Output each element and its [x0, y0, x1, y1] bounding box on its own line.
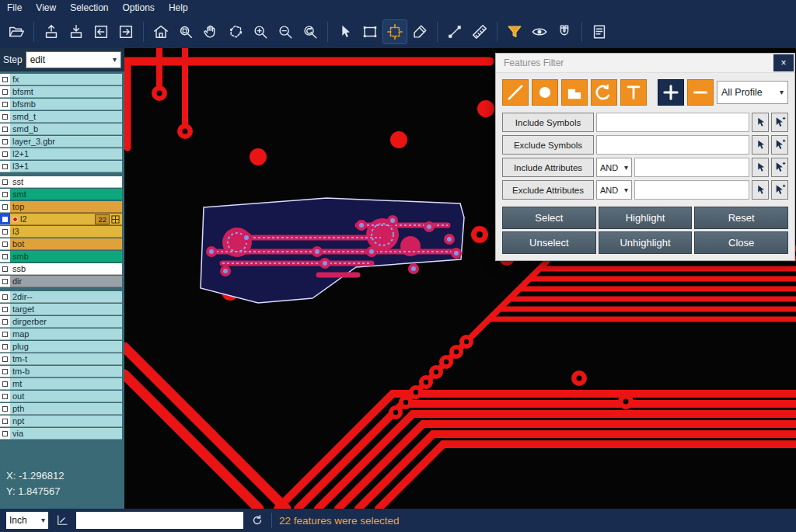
layer-name[interactable]: l3: [10, 226, 122, 238]
menu-options[interactable]: Options: [116, 0, 162, 16]
layer-visibility-checkbox[interactable]: [0, 416, 10, 427]
layer-name[interactable]: smt: [10, 189, 122, 200]
refresh-icon[interactable]: [250, 513, 264, 527]
include-attributes-input[interactable]: [634, 158, 749, 177]
add-plus-button[interactable]: [658, 79, 684, 106]
close-button[interactable]: Close: [694, 231, 788, 254]
exclude-symbols-input[interactable]: [596, 135, 749, 155]
layer-name[interactable]: bot: [10, 238, 122, 250]
layer-visibility-checkbox[interactable]: [0, 136, 10, 148]
layer-visibility-checkbox[interactable]: [0, 366, 10, 377]
layer-name[interactable]: smd_b: [10, 123, 122, 135]
draw-arc-button[interactable]: [591, 79, 617, 106]
unhighlight-button[interactable]: Unhighlight: [599, 231, 693, 254]
dialog-title-bar[interactable]: Features Filter ×: [496, 54, 794, 73]
layer-visibility-checkbox[interactable]: [0, 341, 10, 353]
layer-name[interactable]: out: [10, 391, 122, 402]
remove-minus-button[interactable]: [687, 79, 714, 106]
layer-name[interactable]: smd_t: [10, 111, 122, 123]
reset-button[interactable]: Reset: [694, 207, 788, 229]
layer-visibility-checkbox[interactable]: [0, 161, 10, 172]
pan-hand-button[interactable]: [199, 20, 222, 43]
layer-visibility-checkbox[interactable]: [0, 316, 10, 328]
exclude-attributes-operator-select[interactable]: AND▾: [596, 180, 632, 200]
layer-name[interactable]: map: [10, 329, 122, 340]
zoom-reset-button[interactable]: [298, 20, 322, 43]
layer-visibility-checkbox[interactable]: [0, 428, 10, 440]
layer-visibility-checkbox[interactable]: [0, 403, 10, 415]
draw-circle-button[interactable]: [532, 79, 558, 106]
pick-arrow-button[interactable]: [752, 113, 769, 132]
exclude-symbols-button[interactable]: Exclude Symbols: [502, 135, 594, 155]
layer-visibility-checkbox[interactable]: [0, 86, 10, 98]
layer-visibility-checkbox[interactable]: [0, 99, 10, 110]
layer-visibility-checkbox[interactable]: [0, 176, 10, 188]
step-select[interactable]: edit ▾: [26, 51, 121, 68]
layer-name[interactable]: pth: [10, 403, 122, 415]
layer-name[interactable]: tm-t: [10, 353, 122, 365]
close-icon[interactable]: ×: [773, 54, 794, 71]
layer-name[interactable]: l222: [10, 214, 122, 225]
include-symbols-button[interactable]: Include Symbols: [502, 113, 594, 132]
layer-visibility-checkbox[interactable]: [0, 226, 10, 238]
home-button[interactable]: [149, 20, 173, 43]
open-folder-button[interactable]: [5, 20, 28, 43]
layer-name[interactable]: dirgerber: [10, 316, 122, 328]
layer-visibility-checkbox[interactable]: [0, 148, 10, 160]
menu-help[interactable]: Help: [162, 0, 195, 16]
layer-name[interactable]: bfsmt: [10, 86, 122, 98]
unselect-button[interactable]: Unselect: [502, 231, 596, 254]
units-select[interactable]: Inch ▾: [6, 512, 48, 529]
layer-visibility-checkbox[interactable]: [0, 291, 10, 303]
select-button[interactable]: Select: [502, 207, 596, 229]
layer-name[interactable]: 2dir--: [10, 291, 122, 303]
zoom-out-button[interactable]: [274, 20, 297, 43]
command-input[interactable]: [76, 512, 243, 529]
zoom-in-button[interactable]: [249, 20, 272, 43]
layer-visibility-checkbox[interactable]: [0, 201, 10, 213]
layer-name[interactable]: target: [10, 304, 122, 315]
menu-file[interactable]: File: [0, 0, 29, 16]
pick-arrow-plus-button[interactable]: [771, 180, 788, 200]
layer-name[interactable]: l3+1: [10, 161, 122, 172]
layer-visibility-checkbox[interactable]: [0, 251, 10, 263]
layer-visibility-checkbox[interactable]: [0, 329, 10, 340]
measure-line-button[interactable]: [443, 20, 466, 43]
layer-name[interactable]: smb: [10, 251, 122, 263]
layer-name[interactable]: ssb: [10, 263, 122, 275]
menu-view[interactable]: View: [29, 0, 63, 16]
snap-magnet-button[interactable]: [553, 20, 576, 43]
menu-selection[interactable]: Selection: [63, 0, 115, 16]
layer-visibility-checkbox[interactable]: [0, 111, 10, 123]
highlight-button[interactable]: Highlight: [599, 207, 693, 229]
layer-visibility-checkbox[interactable]: [0, 276, 10, 287]
layer-visibility-checkbox[interactable]: [0, 353, 10, 365]
clean-brush-button[interactable]: [408, 20, 431, 43]
layer-visibility-checkbox[interactable]: [0, 189, 10, 200]
include-attributes-operator-select[interactable]: AND▾: [596, 158, 632, 177]
file-up-button[interactable]: [40, 20, 63, 43]
layer-name[interactable]: plug: [10, 341, 122, 353]
profile-select[interactable]: All Profile▾: [717, 81, 788, 104]
include-attributes-button[interactable]: Include Attributes: [502, 158, 594, 177]
draw-text-button[interactable]: [620, 79, 647, 106]
pick-arrow-button[interactable]: [752, 180, 769, 200]
layer-name[interactable]: tm-b: [10, 366, 122, 377]
zoom-area-button[interactable]: [174, 20, 197, 43]
layer-name[interactable]: bfsmb: [10, 99, 122, 110]
layer-name[interactable]: dir: [10, 276, 122, 287]
report-list-button[interactable]: [588, 20, 611, 43]
lasso-select-button[interactable]: [224, 20, 247, 43]
layer-visibility-checkbox[interactable]: [0, 123, 10, 135]
layer-name[interactable]: top: [10, 201, 122, 213]
pick-arrow-button[interactable]: [752, 135, 769, 155]
layer-name[interactable]: npt: [10, 416, 122, 427]
exclude-attributes-button[interactable]: Exclude Attributes: [502, 180, 594, 200]
eye-button[interactable]: [528, 20, 551, 43]
rect-select-button[interactable]: [358, 20, 382, 43]
layer-name[interactable]: l2+1: [10, 148, 122, 160]
ruler-button[interactable]: [468, 20, 491, 43]
cursor-select-button[interactable]: [333, 20, 357, 43]
include-symbols-input[interactable]: [596, 113, 749, 132]
pick-arrow-plus-button[interactable]: [771, 113, 788, 132]
